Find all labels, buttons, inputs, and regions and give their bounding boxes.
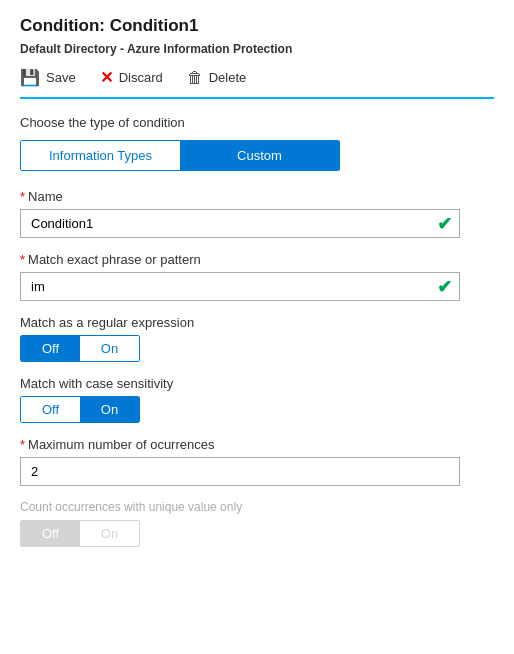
max-input[interactable]: [20, 457, 460, 486]
name-label: *Name: [20, 189, 494, 204]
regex-on-button[interactable]: On: [80, 336, 139, 361]
delete-icon: 🗑: [187, 69, 203, 87]
save-icon: 💾: [20, 68, 40, 87]
name-required-star: *: [20, 189, 25, 204]
unique-field-group: Count occurrences with unique value only…: [20, 500, 494, 547]
name-input[interactable]: [20, 209, 460, 238]
regex-field-group: Match as a regular expression Off On: [20, 315, 494, 362]
save-button[interactable]: 💾 Save: [20, 68, 76, 87]
save-label: Save: [46, 70, 76, 85]
unique-label: Count occurrences with unique value only: [20, 500, 494, 514]
unique-off-button: Off: [21, 521, 80, 546]
discard-button[interactable]: ✕ Discard: [100, 68, 163, 87]
unique-toggle-group: Off On: [20, 520, 140, 547]
match-required-star: *: [20, 252, 25, 267]
condition-type-label: Choose the type of condition: [20, 115, 494, 130]
case-on-button[interactable]: On: [80, 397, 139, 422]
match-input[interactable]: [20, 272, 460, 301]
page-title: Condition: Condition1: [20, 16, 494, 36]
unique-on-button: On: [80, 521, 139, 546]
discard-label: Discard: [119, 70, 163, 85]
name-input-wrapper: ✔: [20, 209, 460, 238]
regex-label: Match as a regular expression: [20, 315, 494, 330]
case-label: Match with case sensitivity: [20, 376, 494, 391]
match-label: *Match exact phrase or pattern: [20, 252, 494, 267]
discard-icon: ✕: [100, 68, 113, 87]
name-field-group: *Name ✔: [20, 189, 494, 238]
case-field-group: Match with case sensitivity Off On: [20, 376, 494, 423]
condition-type-tabs: Information Types Custom: [20, 140, 340, 171]
regex-off-button[interactable]: Off: [21, 336, 80, 361]
regex-toggle-group: Off On: [20, 335, 140, 362]
max-required-star: *: [20, 437, 25, 452]
delete-button[interactable]: 🗑 Delete: [187, 69, 247, 87]
match-valid-icon: ✔: [437, 276, 452, 298]
match-field-group: *Match exact phrase or pattern ✔: [20, 252, 494, 301]
tab-information-types[interactable]: Information Types: [21, 141, 180, 170]
name-valid-icon: ✔: [437, 213, 452, 235]
page-subtitle: Default Directory - Azure Information Pr…: [20, 42, 494, 56]
max-label: *Maximum number of ocurrences: [20, 437, 494, 452]
match-input-wrapper: ✔: [20, 272, 460, 301]
delete-label: Delete: [209, 70, 247, 85]
toolbar: 💾 Save ✕ Discard 🗑 Delete: [20, 68, 494, 99]
case-toggle-group: Off On: [20, 396, 140, 423]
max-field-group: *Maximum number of ocurrences: [20, 437, 494, 486]
tab-custom[interactable]: Custom: [180, 141, 339, 170]
case-off-button[interactable]: Off: [21, 397, 80, 422]
